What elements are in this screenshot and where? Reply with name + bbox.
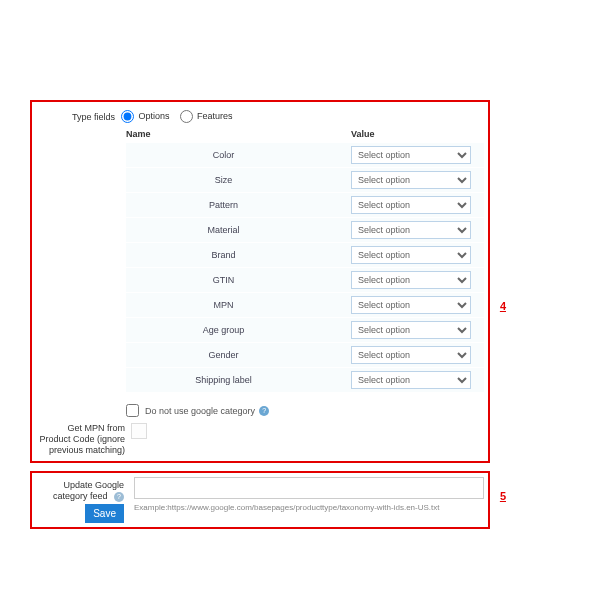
radio-features[interactable] [180,110,193,123]
table-row: BrandSelect option [126,243,484,267]
attribute-value-select[interactable]: Select option [351,171,471,189]
update-category-row: Update Google category feed ? Save Examp… [34,475,486,525]
radio-options-label: Options [139,111,170,121]
radio-features-label: Features [197,111,233,121]
attributes-table: Name Value ColorSelect optionSizeSelect … [126,129,484,392]
category-feed-input[interactable] [134,477,484,499]
attribute-value-select[interactable]: Select option [351,346,471,364]
get-mpn-label: Get MPN from Product Code (ignore previo… [36,423,131,455]
attribute-value-cell: Select option [351,271,481,289]
attribute-value-cell: Select option [351,371,481,389]
attribute-name: Pattern [126,200,351,210]
section-5: 5 Update Google category feed ? Save Exa… [30,471,490,529]
save-button[interactable]: Save [85,504,124,523]
radio-features-wrap[interactable]: Features [180,110,233,123]
radio-options-wrap[interactable]: Options [121,110,170,123]
info-icon[interactable]: ? [114,492,124,502]
attribute-name: Material [126,225,351,235]
radio-options[interactable] [121,110,134,123]
attribute-value-select[interactable]: Select option [351,296,471,314]
th-name: Name [126,129,351,139]
attribute-value-select[interactable]: Select option [351,146,471,164]
attribute-value-cell: Select option [351,146,481,164]
attribute-value-select[interactable]: Select option [351,271,471,289]
attribute-name: Size [126,175,351,185]
attribute-name: MPN [126,300,351,310]
attribute-value-cell: Select option [351,346,481,364]
annotation-5: 5 [500,490,506,502]
attribute-value-cell: Select option [351,296,481,314]
attribute-name: Shipping label [126,375,351,385]
do-not-use-google-row: Do not use google category ? [126,404,484,417]
attribute-value-select[interactable]: Select option [351,221,471,239]
section-4: 4 Type fields Options Features Name Valu… [30,100,490,463]
attribute-value-select[interactable]: Select option [351,321,471,339]
get-mpn-row: Get MPN from Product Code (ignore previo… [36,423,484,455]
attribute-name: Brand [126,250,351,260]
attribute-value-select[interactable]: Select option [351,246,471,264]
table-row: ColorSelect option [126,143,484,167]
attribute-value-cell: Select option [351,321,481,339]
attribute-name: Age group [126,325,351,335]
type-fields-row: Type fields Options Features [36,110,484,123]
get-mpn-checkbox[interactable] [131,423,147,439]
attribute-value-select[interactable]: Select option [351,196,471,214]
attribute-value-cell: Select option [351,221,481,239]
attribute-value-cell: Select option [351,171,481,189]
table-header: Name Value [126,129,484,139]
attribute-name: Gender [126,350,351,360]
info-icon[interactable]: ? [259,406,269,416]
table-row: Age groupSelect option [126,318,484,342]
table-row: GenderSelect option [126,343,484,367]
attribute-value-cell: Select option [351,246,481,264]
table-row: MPNSelect option [126,293,484,317]
annotation-4: 4 [500,300,506,312]
attribute-name: GTIN [126,275,351,285]
th-value: Value [351,129,481,139]
attribute-name: Color [126,150,351,160]
do-not-use-google-label: Do not use google category [145,406,255,416]
table-row: MaterialSelect option [126,218,484,242]
example-text: Example:https://www.google.com/basepages… [134,503,484,512]
table-row: SizeSelect option [126,168,484,192]
type-fields-label: Type fields [36,112,121,122]
table-row: PatternSelect option [126,193,484,217]
table-row: Shipping labelSelect option [126,368,484,392]
attribute-value-select[interactable]: Select option [351,371,471,389]
update-category-label: Update Google category feed ? Save [36,477,130,523]
table-row: GTINSelect option [126,268,484,292]
attribute-value-cell: Select option [351,196,481,214]
do-not-use-google-checkbox[interactable] [126,404,139,417]
